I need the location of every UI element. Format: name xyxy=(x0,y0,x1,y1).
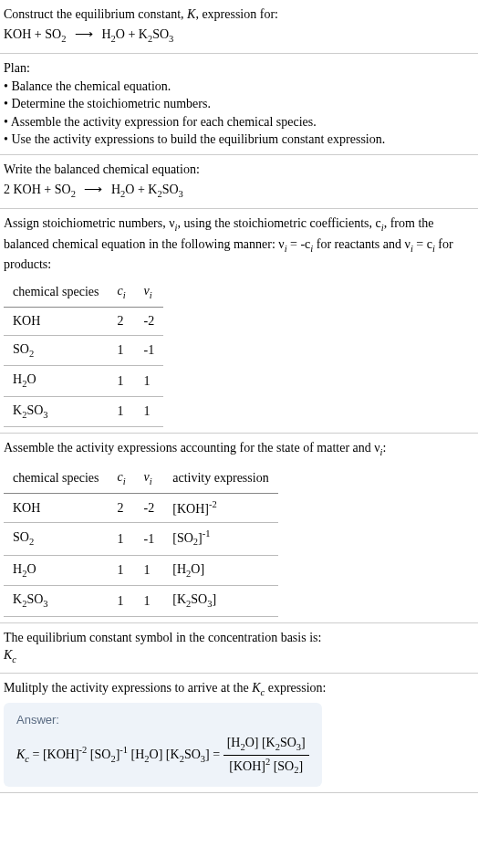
cell-species: KOH xyxy=(4,494,108,523)
symbol-section: The equilibrium constant symbol in the c… xyxy=(0,623,478,674)
assign-text: Assign stoichiometric numbers, νi, using… xyxy=(4,214,474,274)
col-v: νi xyxy=(135,277,164,308)
cell-c: 1 xyxy=(108,335,134,365)
cell-species: H2O xyxy=(4,555,108,585)
breactant-1: KOH xyxy=(14,183,41,196)
product-2: K2SO3 xyxy=(139,27,174,41)
cell-v: 1 xyxy=(135,555,164,585)
answer-section: Mulitply the activity expressions to arr… xyxy=(0,674,478,793)
plan-item-2: • Determine the stoichiometric numbers. xyxy=(4,95,474,113)
answer-label: Answer: xyxy=(16,712,309,728)
cell-v: 1 xyxy=(135,586,164,616)
numerator: [H2O] [K2SO3] xyxy=(223,734,309,755)
cell-species: KOH xyxy=(4,308,108,336)
cell-activity: [K2SO3] xyxy=(163,586,277,616)
reactant-2: SO2 xyxy=(45,27,66,41)
cell-c: 2 xyxy=(108,308,134,336)
col-c: ci xyxy=(108,464,134,494)
cell-activity: [SO2]-1 xyxy=(163,523,277,555)
cell-v: -1 xyxy=(135,523,164,555)
prompt-title-text: Construct the equilibrium constant, K, e… xyxy=(4,7,278,21)
col-species: chemical species xyxy=(4,464,108,494)
prompt-title: Construct the equilibrium constant, K, e… xyxy=(4,5,474,24)
multiply-text: Mulitply the activity expressions to arr… xyxy=(4,679,474,699)
cell-species: SO2 xyxy=(4,335,108,365)
reactant-1: KOH xyxy=(4,27,31,41)
cell-v: -2 xyxy=(135,494,164,523)
plan-item-1: • Balance the chemical equation. xyxy=(4,78,474,96)
cell-v: -1 xyxy=(135,335,164,365)
cell-species: K2SO3 xyxy=(4,396,108,426)
answer-box: Answer: Kc = [KOH]-2 [SO2]-1 [H2O] [K2SO… xyxy=(4,703,322,787)
cell-species: SO2 xyxy=(4,523,108,555)
cell-species: H2O xyxy=(4,366,108,396)
col-v: νi xyxy=(135,464,164,494)
col-activity: activity expression xyxy=(163,464,277,494)
assign-section: Assign stoichiometric numbers, νi, using… xyxy=(0,209,478,434)
plan-section: Plan: • Balance the chemical equation. •… xyxy=(0,54,478,155)
cell-c: 1 xyxy=(108,396,134,426)
reaction-arrow-icon: ⟶ xyxy=(78,183,108,196)
cell-c: 1 xyxy=(108,555,134,585)
cell-c: 1 xyxy=(108,366,134,396)
cell-v: -2 xyxy=(135,308,164,336)
activity-section: Assemble the activity expressions accoun… xyxy=(0,434,478,622)
stoich-table: chemical species ci νi KOH 2 -2 SO2 1 -1… xyxy=(4,277,163,428)
table-row: SO2 1 -1 [SO2]-1 xyxy=(4,523,278,555)
cell-v: 1 xyxy=(135,366,164,396)
table-row: SO2 1 -1 xyxy=(4,335,163,365)
cell-c: 1 xyxy=(108,586,134,616)
table-row: KOH 2 -2 xyxy=(4,308,163,336)
breactant-2: SO2 xyxy=(55,183,76,196)
table-header-row: chemical species ci νi activity expressi… xyxy=(4,464,278,494)
symbol-text: The equilibrium constant symbol in the c… xyxy=(4,629,474,647)
answer-expression: Kc = [KOH]-2 [SO2]-1 [H2O] [K2SO3] = [H2… xyxy=(16,734,309,778)
cell-c: 1 xyxy=(108,523,134,555)
fraction: [H2O] [K2SO3] [KOH]2 [SO2] xyxy=(223,734,309,778)
table-row: K2SO3 1 1 [K2SO3] xyxy=(4,586,278,616)
cell-c: 2 xyxy=(108,494,134,523)
cell-v: 1 xyxy=(135,396,164,426)
activity-table: chemical species ci νi activity expressi… xyxy=(4,464,278,617)
col-c: ci xyxy=(108,277,134,308)
balanced-equation: 2 KOH + SO2 ⟶ H2O + K2SO3 xyxy=(4,179,474,203)
col-species: chemical species xyxy=(4,277,108,308)
coef-1: 2 xyxy=(4,183,10,196)
prompt-section: Construct the equilibrium constant, K, e… xyxy=(0,0,478,54)
table-row: H2O 1 1 xyxy=(4,366,163,396)
table-row: H2O 1 1 [H2O] xyxy=(4,555,278,585)
table-row: KOH 2 -2 [KOH]-2 xyxy=(4,494,278,523)
balanced-section: Write the balanced chemical equation: 2 … xyxy=(0,155,478,209)
bproduct-2: K2SO3 xyxy=(148,183,183,196)
bproduct-1: H2O xyxy=(111,183,135,196)
denominator: [KOH]2 [SO2] xyxy=(223,756,309,778)
plan-item-4: • Use the activity expressions to build … xyxy=(4,131,474,149)
activity-text: Assemble the activity expressions accoun… xyxy=(4,439,474,459)
cell-species: K2SO3 xyxy=(4,586,108,616)
reaction-arrow-icon: ⟶ xyxy=(69,27,99,41)
unbalanced-equation: KOH + SO2 ⟶ H2O + K2SO3 xyxy=(4,24,474,47)
cell-activity: [KOH]-2 xyxy=(163,494,277,523)
plan-title: Plan: xyxy=(4,59,474,78)
symbol-value: Kc xyxy=(4,646,474,666)
product-1: H2O xyxy=(101,27,125,41)
table-header-row: chemical species ci νi xyxy=(4,277,163,308)
cell-activity: [H2O] xyxy=(163,555,277,585)
plan-item-3: • Assemble the activity expression for e… xyxy=(4,113,474,131)
table-row: K2SO3 1 1 xyxy=(4,396,163,426)
balanced-title: Write the balanced chemical equation: xyxy=(4,161,474,179)
